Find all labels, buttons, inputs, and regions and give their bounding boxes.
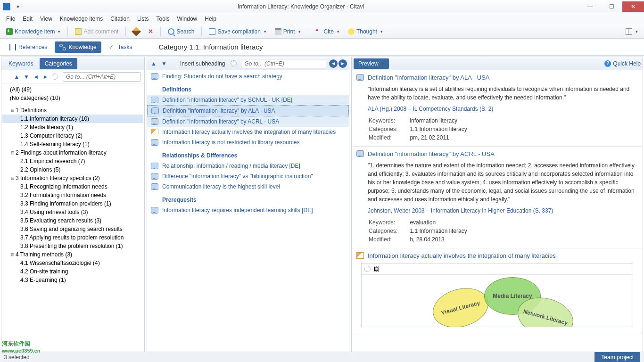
- preview-citation-link[interactable]: ALA (Hg.) 2008 – IL Competency Standards…: [368, 106, 638, 112]
- preview-title[interactable]: Definition "information literacy" by ALA…: [368, 74, 490, 81]
- preview-citation-link[interactable]: Johnston, Weber 2003 – Information Liter…: [368, 207, 638, 214]
- close-button[interactable]: ✕: [622, 1, 644, 12]
- tree-all[interactable]: (All) (49): [2, 85, 143, 94]
- nav-forward-button[interactable]: ►: [339, 59, 347, 68]
- tab-knowledge[interactable]: Knowledge: [55, 41, 101, 53]
- tree-nocat[interactable]: (No categories) (10): [2, 94, 143, 102]
- tree-label: 1.1 Information literacy (10): [20, 115, 89, 122]
- move-down-button[interactable]: ▼: [159, 59, 169, 68]
- menu-knowledge-items[interactable]: Knowledge items: [57, 15, 106, 23]
- tree-twisty-icon[interactable]: ⊟: [10, 176, 16, 181]
- maximize-button[interactable]: ☐: [601, 1, 622, 12]
- menu-edit[interactable]: Edit: [19, 15, 36, 23]
- tree-item[interactable]: ⊟1 Definitions: [2, 106, 143, 115]
- goto-input[interactable]: [63, 72, 140, 82]
- image-icon[interactable]: 🖼: [373, 266, 379, 272]
- move-up-button[interactable]: ▲: [149, 59, 158, 68]
- tree-item[interactable]: 1.3 Computer literacy (2): [2, 132, 143, 140]
- tab-keywords[interactable]: Keywords: [3, 58, 39, 69]
- tree-item[interactable]: 3.4 Using retrieval tools (3): [2, 208, 143, 216]
- layout-panes-button[interactable]: [622, 27, 641, 36]
- menu-file[interactable]: File: [3, 15, 18, 23]
- search-button[interactable]: Search: [165, 27, 198, 36]
- preview-title[interactable]: Definition "information literacy" by ACR…: [368, 150, 495, 157]
- nav-back-button[interactable]: ◄: [329, 59, 338, 68]
- goto-input[interactable]: [241, 59, 326, 68]
- tree-item[interactable]: 3.6 Saving and organizing search results: [2, 225, 143, 233]
- tree-item[interactable]: 4.2 On-site training: [2, 267, 143, 276]
- titlebar-dropdown-icon[interactable]: ▾: [13, 2, 23, 11]
- add-category-button[interactable]: [3, 72, 11, 82]
- preview-button[interactable]: Preview: [354, 58, 389, 69]
- tree-item[interactable]: 1.1 Information literacy (10): [2, 115, 143, 123]
- gear-icon[interactable]: [364, 266, 371, 272]
- category-tree: (All) (49) (No categories) (10) ⊟1 Defin…: [1, 83, 144, 360]
- team-project-button[interactable]: Team project: [594, 352, 640, 362]
- list-item[interactable]: Information literacy is not restricted t…: [147, 137, 349, 148]
- insert-subheading-label[interactable]: Insert subheading: [180, 60, 225, 67]
- settings-button[interactable]: [51, 72, 59, 82]
- list-item[interactable]: Definition "information literacy" by ALA…: [147, 105, 349, 116]
- save-compilation-button[interactable]: Save compilation: [206, 27, 269, 36]
- tab-categories[interactable]: Categories: [40, 58, 77, 69]
- tree-twisty-icon[interactable]: ⊟: [10, 150, 16, 155]
- tree-item[interactable]: 2.1 Empirical research (7): [2, 157, 143, 165]
- minimize-button[interactable]: —: [579, 1, 601, 12]
- menu-help[interactable]: Help: [201, 15, 220, 23]
- quote-icon: [151, 73, 158, 80]
- tree-item[interactable]: 4.1 Wissenschaftssoziologie (4): [2, 259, 143, 267]
- print-button[interactable]: Print: [272, 27, 304, 36]
- tree-twisty-icon[interactable]: ⊟: [10, 252, 16, 257]
- list-item[interactable]: Definition "information literacy" by SCN…: [147, 95, 349, 105]
- tree-item[interactable]: 3.7 Applying results to problem resoluti…: [2, 233, 143, 242]
- tree-item[interactable]: 3.1 Recognizing information needs: [2, 182, 143, 191]
- panes-icon: [626, 28, 632, 35]
- list-item[interactable]: Information literacy requires independen…: [147, 205, 349, 215]
- tree-item[interactable]: 3.5 Evaluating search results (3): [2, 216, 143, 225]
- tree-label: 3.4 Using retrieval tools (3): [20, 209, 88, 215]
- tab-references[interactable]: References: [5, 41, 52, 53]
- settings-button[interactable]: [229, 59, 238, 68]
- preview-toolbar: Preview ?Quick Help: [352, 57, 643, 70]
- list-item[interactable]: Information literacy actually involves t…: [147, 127, 349, 137]
- tree-item[interactable]: ⊟4 Training methods (3): [2, 250, 143, 259]
- move-down-button[interactable]: ▼: [23, 72, 30, 82]
- tree-item[interactable]: 4.3 E-Learning (1): [2, 276, 143, 284]
- preview-title[interactable]: Information literacy actually involves t…: [368, 252, 556, 259]
- tree-item[interactable]: 1.2 Media literacy (1): [2, 123, 143, 132]
- list-item[interactable]: Communication literacy is the highest sk…: [147, 181, 349, 192]
- list-item[interactable]: Definition "information literacy" by ACR…: [147, 116, 349, 127]
- menu-tools[interactable]: Tools: [153, 15, 173, 23]
- menu-view[interactable]: View: [37, 15, 56, 23]
- tree-item[interactable]: ⊟3 Information literacy specifics (2): [2, 174, 143, 182]
- tree-item[interactable]: 1.4 Self-learning literacy (1): [2, 140, 143, 148]
- move-up-button[interactable]: ▲: [13, 72, 20, 82]
- menu-window[interactable]: Window: [174, 15, 201, 23]
- highlight-button[interactable]: [130, 27, 143, 36]
- venn-diagram: Visual LiteracyMedia LiteracyNetwork Lit…: [362, 275, 633, 327]
- nav-back-button[interactable]: ◄: [32, 72, 40, 82]
- menu-citation[interactable]: Citation: [107, 15, 133, 23]
- menu-lists[interactable]: Lists: [134, 15, 152, 23]
- item-label: Finding: Students do not have a search s…: [162, 73, 282, 80]
- nav-forward-button[interactable]: ►: [41, 72, 49, 82]
- tab-tasks[interactable]: Tasks: [104, 41, 137, 53]
- tree-item[interactable]: ⊟2 Findings about information literacy: [2, 148, 143, 157]
- knowledge-item-button[interactable]: Knowledge item: [3, 27, 64, 36]
- add-comment-button[interactable]: Add comment: [72, 27, 122, 36]
- list-item[interactable]: Difference "information literacy" vs "bi…: [147, 171, 349, 181]
- cite-button[interactable]: ❝Cite: [312, 27, 343, 36]
- pen-icon: [132, 27, 141, 36]
- tree-item[interactable]: 3.8 Presenting the problem resolution (1…: [2, 242, 143, 250]
- insert-subheading-button[interactable]: [170, 59, 179, 68]
- tree-item[interactable]: 3.3 Finding information providers (1): [2, 199, 143, 208]
- tree-label: 2.1 Empirical research (7): [20, 158, 85, 165]
- tree-item[interactable]: 3.2 Formulating information needs: [2, 191, 143, 199]
- list-item[interactable]: Finding: Students do not have a search s…: [147, 71, 349, 82]
- tree-twisty-icon[interactable]: ⊟: [10, 108, 16, 113]
- quick-help-button[interactable]: ?Quick Help: [604, 60, 641, 67]
- thought-button[interactable]: Thought: [345, 27, 386, 36]
- delete-button[interactable]: ✕: [145, 26, 157, 36]
- tree-item[interactable]: 2.2 Opinions (5): [2, 165, 143, 174]
- list-item[interactable]: Relationship: information / reading / me…: [147, 161, 349, 171]
